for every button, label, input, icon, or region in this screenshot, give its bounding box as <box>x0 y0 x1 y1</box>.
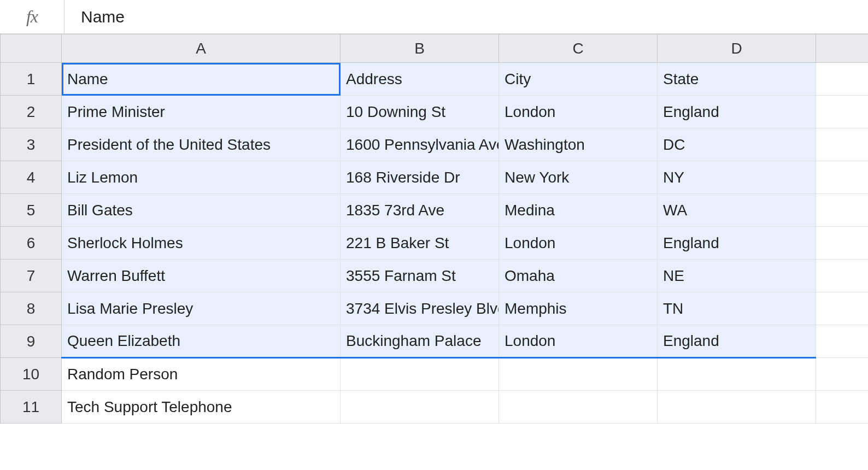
row-9: 9 Queen Elizabeth Buckingham Palace Lond… <box>1 325 869 358</box>
row-header-10[interactable]: 10 <box>1 358 62 391</box>
formula-input[interactable]: Name <box>64 8 868 26</box>
cell-E2[interactable] <box>816 96 869 128</box>
select-all-corner[interactable] <box>1 34 62 63</box>
cell-B9[interactable]: Buckingham Palace <box>341 325 499 358</box>
cell-C2[interactable]: London <box>499 96 658 128</box>
cell-A3[interactable]: President of the United States <box>62 128 341 161</box>
cell-D3[interactable]: DC <box>658 128 816 161</box>
cell-A6[interactable]: Sherlock Holmes <box>62 227 341 260</box>
row-header-3[interactable]: 3 <box>1 128 62 161</box>
cell-A5[interactable]: Bill Gates <box>62 194 341 227</box>
cell-A8[interactable]: Lisa Marie Presley <box>62 292 341 325</box>
row-header-8[interactable]: 8 <box>1 292 62 325</box>
column-header-A[interactable]: A <box>62 34 341 63</box>
row-header-5[interactable]: 5 <box>1 194 62 227</box>
cell-C1[interactable]: City <box>499 63 658 96</box>
row-header-1[interactable]: 1 <box>1 63 62 96</box>
cell-C11[interactable] <box>499 391 658 424</box>
cell-B8[interactable]: 3734 Elvis Presley Blvd <box>341 292 499 325</box>
cell-C4[interactable]: New York <box>499 161 658 194</box>
cell-C7[interactable]: Omaha <box>499 260 658 292</box>
cell-D8[interactable]: TN <box>658 292 816 325</box>
cell-B1[interactable]: Address <box>341 63 499 96</box>
cell-E9[interactable] <box>816 325 869 358</box>
row-header-6[interactable]: 6 <box>1 227 62 260</box>
cell-B2[interactable]: 10 Downing St <box>341 96 499 128</box>
cell-C9[interactable]: London <box>499 325 658 358</box>
cell-C10[interactable] <box>499 358 658 391</box>
cell-D9[interactable]: England <box>658 325 816 358</box>
cell-E3[interactable] <box>816 128 869 161</box>
cell-C6[interactable]: London <box>499 227 658 260</box>
row-header-7[interactable]: 7 <box>1 260 62 292</box>
cell-D4[interactable]: NY <box>658 161 816 194</box>
cell-E6[interactable] <box>816 227 869 260</box>
cell-B11[interactable] <box>341 391 499 424</box>
row-10: 10 Random Person <box>1 358 869 391</box>
cell-B10[interactable] <box>341 358 499 391</box>
row-6: 6 Sherlock Holmes 221 B Baker St London … <box>1 227 869 260</box>
cell-C8[interactable]: Memphis <box>499 292 658 325</box>
cell-A10[interactable]: Random Person <box>62 358 341 391</box>
cell-E8[interactable] <box>816 292 869 325</box>
cell-E11[interactable] <box>816 391 869 424</box>
cell-E5[interactable] <box>816 194 869 227</box>
row-11: 11 Tech Support Telephone <box>1 391 869 424</box>
row-header-9[interactable]: 9 <box>1 325 62 358</box>
row-header-2[interactable]: 2 <box>1 96 62 128</box>
row-4: 4 Liz Lemon 168 Riverside Dr New York NY <box>1 161 869 194</box>
cell-B6[interactable]: 221 B Baker St <box>341 227 499 260</box>
row-5: 5 Bill Gates 1835 73rd Ave Medina WA <box>1 194 869 227</box>
row-3: 3 President of the United States 1600 Pe… <box>1 128 869 161</box>
cell-B7[interactable]: 3555 Farnam St <box>341 260 499 292</box>
cell-E1[interactable] <box>816 63 869 96</box>
cell-A9[interactable]: Queen Elizabeth <box>62 325 341 358</box>
cell-A4[interactable]: Liz Lemon <box>62 161 341 194</box>
cell-C3[interactable]: Washington <box>499 128 658 161</box>
cell-D5[interactable]: WA <box>658 194 816 227</box>
row-1: 1 Name Address City State <box>1 63 869 96</box>
formula-bar: fx Name <box>0 0 868 34</box>
cell-D1[interactable]: State <box>658 63 816 96</box>
cell-D10[interactable] <box>658 358 816 391</box>
cell-B4[interactable]: 168 Riverside Dr <box>341 161 499 194</box>
column-header-row: A B C D <box>1 34 869 63</box>
cell-E4[interactable] <box>816 161 869 194</box>
fx-icon[interactable]: fx <box>0 0 64 33</box>
cell-A1[interactable]: Name <box>62 63 341 96</box>
cell-D6[interactable]: England <box>658 227 816 260</box>
cell-E7[interactable] <box>816 260 869 292</box>
cell-C5[interactable]: Medina <box>499 194 658 227</box>
column-header-C[interactable]: C <box>499 34 658 63</box>
column-header-empty[interactable] <box>816 34 869 63</box>
cell-A11[interactable]: Tech Support Telephone <box>62 391 341 424</box>
column-header-B[interactable]: B <box>341 34 499 63</box>
cell-E10[interactable] <box>816 358 869 391</box>
cell-A2[interactable]: Prime Minister <box>62 96 341 128</box>
row-2: 2 Prime Minister 10 Downing St London En… <box>1 96 869 128</box>
row-header-4[interactable]: 4 <box>1 161 62 194</box>
row-8: 8 Lisa Marie Presley 3734 Elvis Presley … <box>1 292 869 325</box>
cell-B5[interactable]: 1835 73rd Ave <box>341 194 499 227</box>
row-header-11[interactable]: 11 <box>1 391 62 424</box>
cell-D11[interactable] <box>658 391 816 424</box>
cell-B3[interactable]: 1600 Pennsylvania Ave <box>341 128 499 161</box>
cell-A7[interactable]: Warren Buffett <box>62 260 341 292</box>
cell-D7[interactable]: NE <box>658 260 816 292</box>
column-header-D[interactable]: D <box>658 34 816 63</box>
spreadsheet-grid: A B C D 1 Name Address City State 2 Prim… <box>0 34 868 424</box>
row-7: 7 Warren Buffett 3555 Farnam St Omaha NE <box>1 260 869 292</box>
cell-D2[interactable]: England <box>658 96 816 128</box>
